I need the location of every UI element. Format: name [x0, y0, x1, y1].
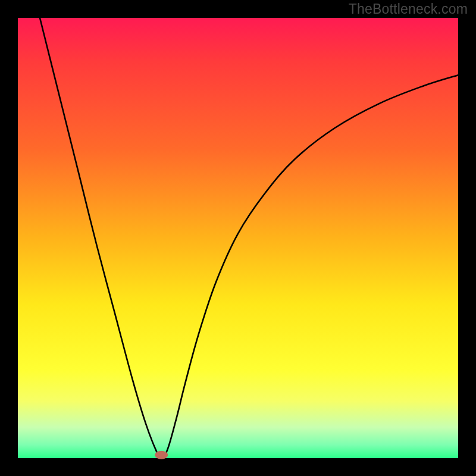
plot-area: [18, 18, 458, 458]
chart-stage: TheBottleneck.com: [0, 0, 476, 476]
bottleneck-curve-chart: [0, 0, 476, 476]
watermark-label: TheBottleneck.com: [349, 1, 468, 17]
trough-marker: [155, 451, 168, 459]
